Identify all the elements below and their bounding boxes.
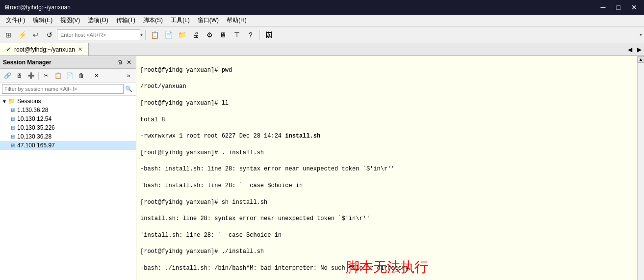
server-icon: 🖥 (10, 142, 15, 148)
bold-filename: install.sh (285, 133, 320, 140)
session-tree: ▼ 📁 Sessions 🖥 1.130.36.28 🖥 10.130.12.5… (0, 96, 136, 280)
sess-screen-btn[interactable]: 🖥 (14, 70, 25, 81)
toolbar-overflow-icon[interactable]: ▾ (640, 32, 642, 37)
tb-btn-3[interactable]: ↩ (29, 28, 42, 41)
toolbar: ⊞ ⚡ ↩ ↺ ▾ 📋 📄 📁 🖨 ⚙ 🖥 ⊤ ? 🖼 ▾ (0, 27, 644, 43)
terminal-container: [root@fyihdg yanxuan]# pwd /root/yanxuan… (136, 56, 637, 280)
sess-paste-btn[interactable]: 📄 (64, 70, 75, 81)
tab-label: root@fyihdg:~/yanxuan (14, 46, 75, 53)
tb-copy-btn[interactable]: 📋 (148, 28, 161, 41)
sess-sep-2 (89, 72, 89, 80)
host-input[interactable] (57, 29, 140, 40)
menu-item-f[interactable]: 文件(F) (2, 15, 29, 26)
maximize-button[interactable]: □ (614, 3, 623, 11)
title-bar: 🖥 root@fyihdg:~/yanxuan ─ □ ✕ (0, 0, 644, 15)
toolbar-separator-2 (259, 30, 260, 40)
term-line-6: [root@fyihdg yanxuan]# . install.sh (140, 149, 633, 157)
toolbar-separator-1 (145, 30, 146, 40)
app-icon: 🖥 (4, 4, 10, 11)
session-label-2: 10.130.12.54 (17, 115, 52, 122)
menu-item-t[interactable]: 传输(T) (112, 15, 139, 26)
panel-close-button[interactable]: ✕ (125, 58, 133, 66)
list-item[interactable]: 🖥 1.130.36.28 (0, 106, 136, 114)
search-icon-button[interactable]: 🔍 (124, 85, 134, 92)
sess-close-btn[interactable]: ✕ (91, 70, 102, 81)
tab-close-button[interactable]: ✕ (78, 46, 82, 53)
panel-header-buttons: 🖻 ✕ (115, 58, 133, 66)
term-line-8: 'bash: install.sh: line 28: ` case $choi… (140, 182, 633, 190)
server-icon: 🖥 (10, 116, 15, 122)
session-label-5: 47.100.165.97 (17, 142, 55, 149)
session-label-4: 10.130.36.28 (17, 133, 52, 140)
server-icon: 🖥 (10, 134, 15, 140)
term-line-10: install.sh: line 28: syntax error near u… (140, 215, 633, 223)
tb-help-btn[interactable]: ? (244, 28, 257, 41)
tb-btn-1[interactable]: ⊞ (2, 28, 15, 41)
session-toolbar: 🔗 🖥 ➕ ✂ 📋 📄 🗑 ✕ » (0, 69, 136, 83)
session-label-1: 1.130.36.28 (17, 107, 48, 113)
folder-icon: 📁 (8, 98, 15, 105)
list-item[interactable]: 🖥 47.100.165.97 (0, 141, 136, 150)
term-line-11: 'install.sh: line 28: ` case $choice in (140, 231, 633, 240)
tb-filter-btn[interactable]: ⊤ (231, 28, 243, 41)
close-button[interactable]: ✕ (628, 3, 640, 11)
session-panel-title: Session Manager (3, 59, 115, 66)
list-item[interactable]: 🖥 10.130.35.226 (0, 123, 136, 132)
tab-bar: ✔ root@fyihdg:~/yanxuan ✕ ◀ ▶ (0, 43, 644, 56)
term-line-12: [root@fyihdg yanxuan]# ./install.sh (140, 248, 633, 256)
term-line-3: [root@fyihdg yanxuan]# ll (140, 99, 633, 108)
tb-extra-btn[interactable]: 🖼 (262, 28, 275, 41)
server-icon: 🖥 (10, 107, 15, 113)
content-area: Session Manager 🖻 ✕ 🔗 🖥 ➕ ✂ 📋 📄 🗑 ✕ » 🔍 (0, 56, 644, 280)
menu-item-e[interactable]: 编辑(E) (29, 15, 56, 26)
menu-item-v[interactable]: 视图(V) (56, 15, 84, 26)
scroll-up-button[interactable]: ▲ (638, 56, 644, 63)
term-line-13: -bash: ./install.sh: /bin/bash^M: bad in… (140, 264, 633, 273)
minimize-button[interactable]: ─ (598, 3, 609, 11)
session-panel-header: Session Manager 🖻 ✕ (0, 56, 136, 69)
menu-item-h[interactable]: 帮助(H) (223, 15, 251, 26)
term-line-1: [root@fyihdg yanxuan]# pwd (140, 66, 633, 75)
list-item[interactable]: 🖥 10.130.12.54 (0, 114, 136, 123)
active-tab[interactable]: ✔ root@fyihdg:~/yanxuan ✕ (0, 43, 89, 56)
tab-status-icon: ✔ (6, 46, 11, 53)
term-line-2: /root/yanxuan (140, 83, 633, 91)
sess-link-btn[interactable]: 🔗 (2, 70, 13, 81)
tb-paste-btn[interactable]: 📄 (162, 28, 175, 41)
sess-cut-btn[interactable]: ✂ (41, 70, 52, 81)
dropdown-arrow-icon: ▾ (140, 32, 143, 37)
tab-nav-left[interactable]: ◀ (625, 46, 635, 53)
sess-delete-btn[interactable]: 🗑 (76, 70, 87, 81)
term-line-9: [root@fyihdg yanxuan]# sh install.sh (140, 198, 633, 207)
terminal-output[interactable]: [root@fyihdg yanxuan]# pwd /root/yanxuan… (136, 56, 637, 280)
tree-root-sessions[interactable]: ▼ 📁 Sessions (0, 97, 136, 106)
menu-item-w[interactable]: 窗口(W) (194, 15, 223, 26)
tb-print-btn[interactable]: 🖨 (189, 28, 202, 41)
term-line-4: total 8 (140, 116, 633, 124)
tb-btn-4[interactable]: ↺ (43, 28, 56, 41)
menu-item-l[interactable]: 工具(L) (167, 15, 194, 26)
sess-sep-1 (38, 72, 39, 80)
terminal-scrollbar[interactable]: ▲ ▼ (637, 56, 644, 280)
tb-monitor-btn[interactable]: 🖥 (217, 28, 230, 41)
tree-expand-icon: ▼ (2, 99, 7, 104)
tb-sftp-btn[interactable]: 📁 (176, 28, 188, 41)
sess-add-btn[interactable]: ➕ (26, 70, 36, 81)
server-icon: 🖥 (10, 125, 15, 131)
tb-btn-2[interactable]: ⚡ (16, 28, 28, 41)
menu-item-s[interactable]: 脚本(S) (139, 15, 167, 26)
sess-more-btn[interactable]: » (123, 70, 134, 81)
tb-settings-btn[interactable]: ⚙ (203, 28, 216, 41)
window-title: root@fyihdg:~/yanxuan (10, 4, 598, 11)
sess-copy-btn[interactable]: 📋 (52, 70, 63, 81)
tab-nav-right[interactable]: ▶ (635, 46, 644, 53)
session-label-3: 10.130.35.226 (17, 124, 55, 131)
tree-sessions-label: Sessions (17, 98, 41, 105)
session-search-bar: 🔍 (0, 83, 136, 96)
menu-bar: 文件(F)编辑(E)视图(V)选项(O)传输(T)脚本(S)工具(L)窗口(W)… (0, 15, 644, 27)
panel-pin-button[interactable]: 🖻 (115, 58, 124, 66)
list-item[interactable]: 🖥 10.130.36.28 (0, 132, 136, 141)
window-controls: ─ □ ✕ (598, 3, 640, 11)
session-search-input[interactable] (2, 84, 124, 94)
menu-item-o[interactable]: 选项(O) (84, 15, 112, 26)
